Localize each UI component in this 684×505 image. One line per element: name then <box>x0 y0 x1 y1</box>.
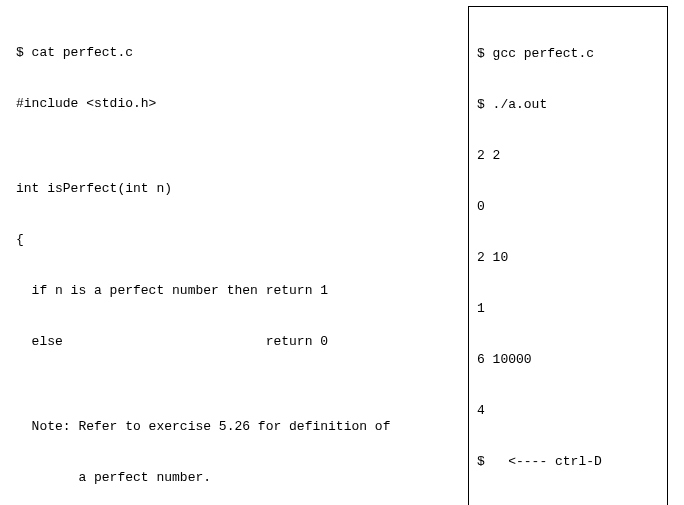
code-line: $ cat perfect.c <box>16 44 390 61</box>
code-line: else return 0 <box>16 333 390 350</box>
code-line: int isPerfect(int n) <box>16 180 390 197</box>
terminal-line: $ gcc perfect.c <box>477 45 659 62</box>
terminal-line: $ ./a.out <box>477 96 659 113</box>
terminal-line: 6 10000 <box>477 351 659 368</box>
source-code-listing: $ cat perfect.c #include <stdio.h> int i… <box>16 10 390 505</box>
terminal-line: 2 2 <box>477 147 659 164</box>
terminal-line: 1 <box>477 300 659 317</box>
terminal-line: 0 <box>477 198 659 215</box>
code-line: { <box>16 231 390 248</box>
terminal-line: $ <---- ctrl-D <box>477 453 659 470</box>
code-line: if n is a perfect number then return 1 <box>16 282 390 299</box>
page: $ cat perfect.c #include <stdio.h> int i… <box>0 0 684 505</box>
terminal-output-box: $ gcc perfect.c $ ./a.out 2 2 0 2 10 1 6… <box>468 6 668 505</box>
terminal-line: 4 <box>477 402 659 419</box>
terminal-line: 2 10 <box>477 249 659 266</box>
code-line: #include <stdio.h> <box>16 95 390 112</box>
code-line: Note: Refer to exercise 5.26 for definit… <box>16 418 390 435</box>
code-line: a perfect number. <box>16 469 390 486</box>
